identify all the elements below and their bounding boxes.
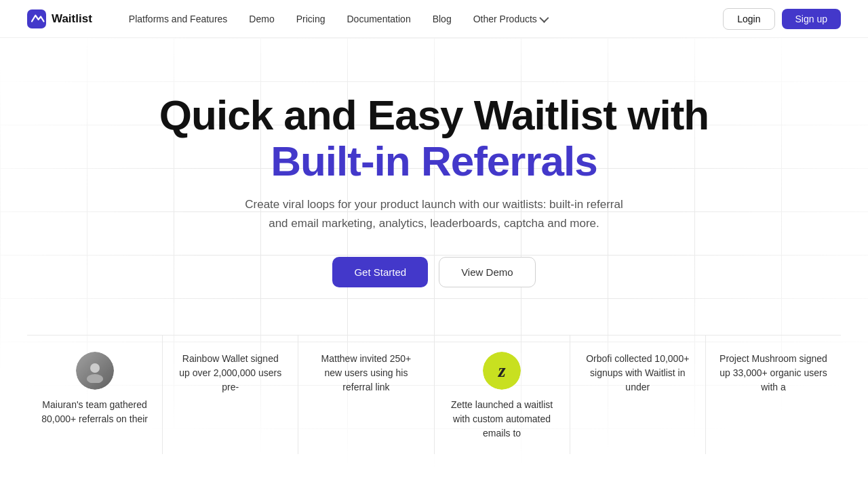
card-rainbow: Rainbow Wallet signed up over 2,000,000 … bbox=[163, 336, 298, 454]
nav-platforms[interactable]: Platforms and Features bbox=[119, 9, 237, 28]
card-text: Rainbow Wallet signed up over 2,000,000 … bbox=[176, 352, 284, 394]
card-maiuran: Maiuran's team gathered 80,000+ referral… bbox=[27, 336, 163, 454]
login-button[interactable]: Login bbox=[723, 8, 774, 30]
card-zette: z Zette launched a waitlist with custom … bbox=[435, 336, 570, 454]
zette-logo: z bbox=[483, 352, 521, 390]
nav-demo[interactable]: Demo bbox=[239, 9, 283, 28]
nav-pricing[interactable]: Pricing bbox=[287, 9, 335, 28]
nav-blog[interactable]: Blog bbox=[423, 9, 461, 28]
hero-subtitle: Create viral loops for your product laun… bbox=[244, 195, 624, 232]
chevron-down-icon bbox=[539, 13, 549, 22]
nav-links: Platforms and Features Demo Pricing Docu… bbox=[119, 9, 723, 28]
hero-title: Quick and Easy Waitlist with Built-in Re… bbox=[27, 92, 841, 184]
card-text: Zette launched a waitlist with custom au… bbox=[448, 398, 556, 441]
logo[interactable]: Waitlist bbox=[27, 9, 92, 28]
card-matthew: Matthew invited 250+ new users using his… bbox=[298, 336, 434, 454]
avatar-maiuran bbox=[76, 352, 114, 390]
view-demo-button[interactable]: View Demo bbox=[439, 257, 535, 287]
card-text: Matthew invited 250+ new users using his… bbox=[312, 352, 420, 394]
hero-section: Quick and Easy Waitlist with Built-in Re… bbox=[0, 38, 868, 488]
hero-buttons: Get Started View Demo bbox=[27, 257, 841, 287]
logo-text: Waitlist bbox=[52, 12, 92, 26]
testimonial-cards: Maiuran's team gathered 80,000+ referral… bbox=[27, 335, 841, 454]
card-orbofi: Orbofi collected 10,000+ signups with Wa… bbox=[570, 336, 706, 454]
avatar-image bbox=[76, 352, 114, 390]
card-text: Orbofi collected 10,000+ signups with Wa… bbox=[584, 352, 692, 394]
card-mushroom: Project Mushroom signed up 33,000+ organ… bbox=[706, 336, 841, 454]
card-text: Maiuran's team gathered 80,000+ referral… bbox=[41, 398, 149, 426]
avatar-zette: z bbox=[483, 352, 521, 390]
svg-point-1 bbox=[90, 363, 100, 373]
nav-other-products[interactable]: Other Products bbox=[464, 9, 556, 28]
hero-content: Quick and Easy Waitlist with Built-in Re… bbox=[27, 92, 841, 287]
svg-point-2 bbox=[87, 374, 103, 383]
signup-button[interactable]: Sign up bbox=[782, 9, 841, 29]
nav-documentation[interactable]: Documentation bbox=[338, 9, 420, 28]
get-started-button[interactable]: Get Started bbox=[332, 257, 428, 287]
svg-rect-0 bbox=[27, 9, 46, 28]
navbar: Waitlist Platforms and Features Demo Pri… bbox=[0, 0, 868, 38]
logo-icon bbox=[27, 9, 46, 28]
card-text: Project Mushroom signed up 33,000+ organ… bbox=[719, 352, 827, 394]
nav-actions: Login Sign up bbox=[723, 8, 841, 30]
